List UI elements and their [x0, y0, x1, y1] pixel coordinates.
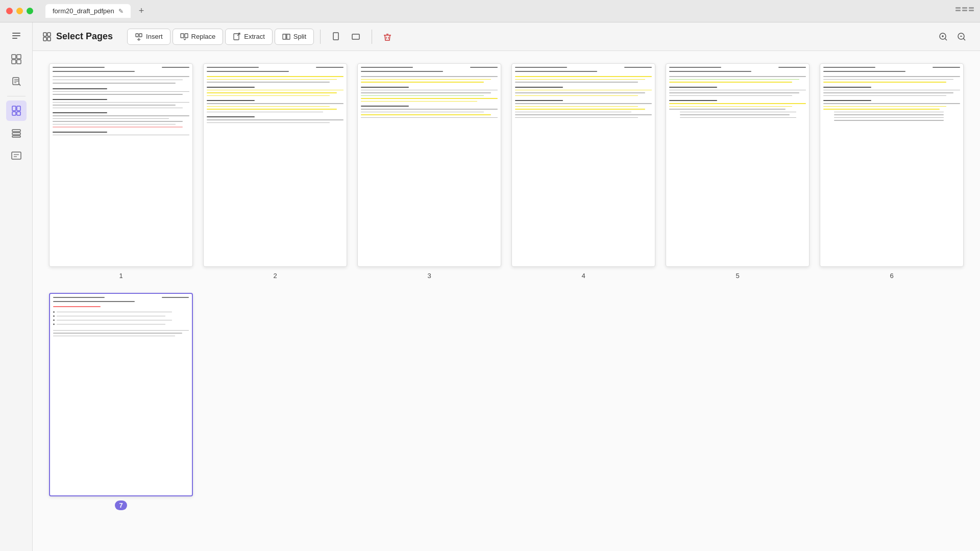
pages-container: 1 [33, 51, 980, 551]
maximize-button[interactable] [27, 8, 33, 14]
sidebar-icon-forms[interactable] [6, 145, 27, 166]
split-label: Split [293, 33, 306, 40]
pages-grid-row2: 7 [49, 293, 964, 510]
tab-bar: form20_draft_pdfpen ✎ + [45, 4, 148, 18]
page-thumbnail-7[interactable] [49, 293, 193, 496]
svg-rect-25 [12, 152, 21, 159]
svg-rect-2 [962, 7, 967, 9]
svg-rect-44 [333, 33, 338, 40]
tab-form20[interactable]: form20_draft_pdfpen ✎ [45, 4, 131, 18]
page-item-5[interactable]: 5 [666, 63, 810, 281]
sidebar-icon-layers[interactable] [6, 123, 27, 143]
svg-rect-20 [12, 112, 16, 115]
svg-rect-4 [969, 7, 974, 9]
svg-rect-38 [185, 34, 188, 38]
svg-rect-7 [12, 35, 20, 36]
svg-rect-45 [352, 34, 359, 39]
svg-rect-18 [12, 106, 16, 111]
replace-icon [180, 33, 188, 41]
minimize-button[interactable] [16, 8, 23, 14]
svg-rect-31 [47, 37, 51, 41]
toolbar-separator-1 [320, 30, 321, 44]
svg-rect-33 [139, 34, 142, 37]
zoom-in-button[interactable] [935, 29, 951, 45]
landscape-button[interactable] [347, 28, 365, 46]
tab-edit-icon[interactable]: ✎ [118, 8, 124, 15]
sidebar-icon-notes[interactable] [6, 71, 27, 92]
svg-rect-9 [12, 55, 16, 59]
page-item-1[interactable]: 1 [49, 63, 193, 281]
svg-rect-22 [12, 130, 20, 132]
tab-label: form20_draft_pdfpen [53, 7, 114, 15]
insert-label: Insert [146, 33, 163, 40]
toolbar-separator-2 [372, 30, 372, 44]
svg-rect-24 [12, 136, 20, 137]
page-thumbnail-6[interactable] [820, 63, 964, 267]
svg-rect-3 [962, 10, 967, 11]
insert-icon [135, 33, 143, 41]
toolbar-right [935, 29, 970, 45]
svg-rect-10 [17, 55, 21, 59]
page-item-6[interactable]: 6 [820, 63, 964, 281]
sidebar [0, 22, 33, 551]
page-item-2[interactable]: 2 [203, 63, 347, 281]
traffic-lights [6, 8, 33, 14]
extract-button[interactable]: Extract [225, 29, 272, 45]
pages-grid: 1 [49, 63, 964, 281]
page-item-7[interactable]: 7 [49, 293, 193, 510]
svg-rect-37 [181, 34, 184, 38]
insert-button[interactable]: Insert [127, 29, 170, 45]
delete-button[interactable] [378, 28, 397, 46]
svg-rect-6 [12, 33, 20, 34]
svg-rect-11 [12, 60, 16, 64]
svg-rect-8 [12, 38, 17, 39]
page-number-1: 1 [115, 271, 127, 281]
svg-rect-42 [287, 34, 290, 39]
page-number-2: 2 [269, 271, 281, 281]
app-logo [955, 6, 974, 16]
close-button[interactable] [6, 8, 13, 14]
svg-rect-0 [955, 7, 961, 9]
svg-rect-41 [283, 34, 286, 39]
svg-rect-19 [17, 106, 20, 111]
app-container: Select Pages Insert Replace [0, 22, 980, 551]
portrait-button[interactable] [327, 28, 345, 46]
page-thumbnail-3[interactable] [357, 63, 501, 267]
svg-rect-28 [43, 33, 46, 36]
svg-rect-12 [17, 60, 21, 64]
page-item-3[interactable]: 3 [357, 63, 501, 281]
extract-label: Extract [244, 33, 264, 40]
page-number-3: 3 [423, 271, 435, 281]
page-number-6: 6 [886, 271, 897, 281]
page-number-4: 4 [577, 271, 589, 281]
svg-rect-29 [47, 33, 51, 36]
page-item-4[interactable]: 4 [511, 63, 655, 281]
page-number-5: 5 [731, 271, 743, 281]
svg-rect-32 [136, 34, 138, 37]
page-number-7: 7 [115, 500, 127, 510]
split-icon [282, 33, 290, 41]
sidebar-icon-pages[interactable] [6, 101, 27, 121]
svg-line-17 [19, 84, 20, 86]
sidebar-icon-bookmarks[interactable] [6, 27, 27, 47]
svg-rect-30 [43, 37, 46, 41]
svg-rect-5 [969, 10, 974, 11]
select-pages-icon [43, 32, 52, 41]
page-thumbnail-4[interactable] [511, 63, 655, 267]
toolbar-title-area: Select Pages [43, 31, 113, 42]
extract-icon [233, 33, 241, 41]
sidebar-icon-thumbnails[interactable] [6, 49, 27, 69]
svg-rect-23 [12, 133, 20, 135]
add-tab-button[interactable]: + [135, 4, 149, 18]
page-thumbnail-1[interactable] [49, 63, 193, 267]
page-thumbnail-5[interactable] [666, 63, 810, 267]
page-thumbnail-2[interactable] [203, 63, 347, 267]
svg-rect-1 [955, 10, 961, 11]
replace-button[interactable]: Replace [173, 29, 224, 45]
svg-rect-21 [17, 112, 20, 115]
split-button[interactable]: Split [275, 29, 314, 45]
main-content: Select Pages Insert Replace [33, 22, 980, 551]
zoom-out-button[interactable] [953, 29, 970, 45]
sidebar-divider-1 [7, 96, 26, 96]
svg-line-56 [964, 38, 966, 40]
